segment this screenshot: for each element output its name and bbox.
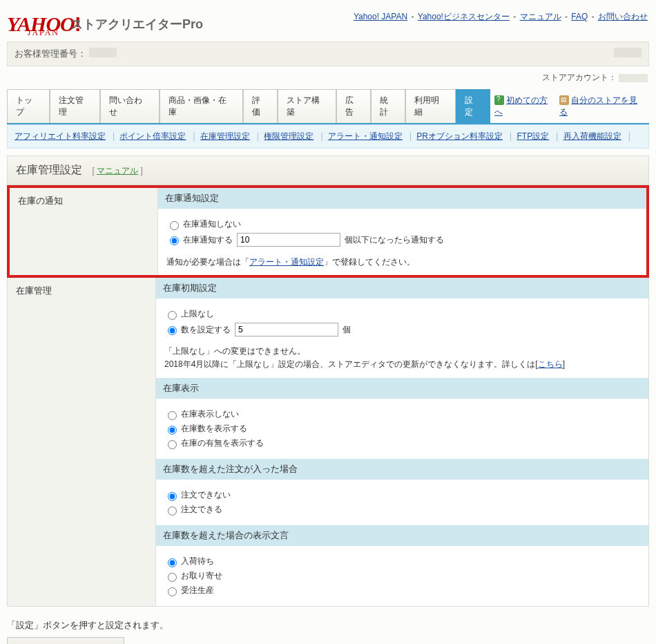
link-faq[interactable]: FAQ [571, 12, 588, 21]
link-contact[interactable]: お問い合わせ [598, 12, 648, 21]
store-account-value [619, 74, 648, 82]
radio-disp-count[interactable] [168, 426, 177, 435]
subnav-points[interactable]: ポイント倍率設定 [119, 131, 186, 141]
radio-notify-none[interactable] [170, 221, 179, 230]
product-name: ストアクリエイターPro [70, 16, 203, 32]
customer-number-bar: お客様管理番号： [7, 41, 649, 66]
tab-ads[interactable]: 広告 [336, 89, 371, 123]
section-stock-notify: 在庫の通知 在庫通知設定 在庫通知しない 在庫通知する 個以下になったら通知する… [7, 185, 649, 278]
tab-store-build[interactable]: ストア構築 [278, 89, 336, 123]
radio-init-nolimit[interactable] [168, 311, 177, 320]
help-icon [494, 95, 504, 105]
subnav-restock[interactable]: 再入荷機能設定 [563, 131, 621, 141]
store-account-label: ストアアカウント： [542, 73, 617, 82]
input-notify-threshold[interactable] [237, 233, 340, 247]
subhead-init: 在庫初期設定 [156, 278, 648, 299]
radio-notify-do[interactable] [170, 236, 179, 245]
link-init-detail[interactable]: こちら [538, 359, 563, 369]
radio-txt-wait[interactable] [168, 558, 177, 567]
radio-over-yes[interactable] [168, 506, 177, 515]
link-view-store[interactable]: 自分のストアを見る [559, 95, 637, 117]
label-disp-none: 在庫表示しない [181, 408, 239, 420]
customer-number-label: お客様管理番号： [15, 48, 86, 60]
customer-bar-right-blank [614, 48, 641, 57]
label-init-nolimit: 上限なし [181, 308, 214, 320]
radio-txt-made[interactable] [168, 587, 177, 596]
tab-usage[interactable]: 利用明細 [405, 89, 456, 123]
page-title-bar: 在庫管理設定 [ マニュアル ] [7, 155, 649, 185]
subhead-display: 在庫表示 [156, 378, 648, 399]
store-account-line: ストアアカウント： [0, 69, 656, 89]
subnav-pr-option[interactable]: PRオプション料率設定 [416, 131, 503, 141]
label-notify-do: 在庫通知する [183, 234, 233, 246]
radio-disp-flag[interactable] [168, 440, 177, 449]
header: YAHOO! JAPAN ストアクリエイターPro Yahoo! JAPAN -… [0, 0, 656, 41]
tab-extras: 初めての方へ 自分のストアを見る [490, 89, 649, 123]
logo: YAHOO! JAPAN ストアクリエイターPro [7, 7, 203, 36]
link-alert-settings[interactable]: アラート・通知設定 [249, 257, 324, 267]
label-init-suffix: 個 [343, 324, 351, 336]
tab-inquiry[interactable]: 問い合わせ [100, 89, 159, 123]
input-init-value[interactable] [235, 323, 338, 337]
subnav-stock[interactable]: 在庫管理設定 [200, 131, 250, 141]
init-note: 「上限なし」への変更はできません。 2018年4月以降に「上限なし」設定の場合、… [164, 345, 640, 371]
submit-area: 「設定」ボタンを押すと設定されます。 設定 [7, 619, 649, 644]
subnav-ftp[interactable]: FTP設定 [517, 131, 549, 141]
tab-settings[interactable]: 設定 [456, 89, 490, 123]
top-links: Yahoo! JAPAN - Yahoo!ビジネスセンター - マニュアル - … [352, 7, 649, 23]
link-yahoo-japan[interactable]: Yahoo! JAPAN [354, 12, 407, 21]
tab-stats[interactable]: 統計 [371, 89, 405, 123]
customer-number-value [89, 48, 117, 57]
radio-init-setnum[interactable] [168, 326, 177, 335]
subnav-affiliate[interactable]: アフィリエイト料率設定 [15, 131, 106, 141]
label-notify-none: 在庫通知しない [183, 218, 241, 230]
label-disp-flag: 在庫の有無を表示する [181, 437, 264, 449]
link-manual[interactable]: マニュアル [520, 12, 561, 21]
label-notify-suffix: 個以下になったら通知する [345, 234, 444, 246]
subhead-overtext: 在庫数を超えた場合の表示文言 [156, 525, 648, 546]
tab-rating[interactable]: 評価 [243, 89, 278, 123]
notify-note: 通知が必要な場合は「アラート・通知設定」で登録してください。 [166, 256, 638, 268]
label-disp-count: 在庫数を表示する [181, 423, 247, 435]
label-init-setnum: 数を設定する [181, 324, 231, 336]
radio-txt-order[interactable] [168, 573, 177, 582]
section-stock-manage: 在庫管理 在庫初期設定 上限なし 数を設定する 個 「上限なし」への変更はできま… [7, 278, 649, 607]
subnav-alerts[interactable]: アラート・通知設定 [328, 131, 403, 141]
label-over-no: 注文できない [181, 489, 231, 501]
tab-orders[interactable]: 注文管理 [50, 89, 101, 123]
subhead-overstock: 在庫数を超えた注文が入った場合 [156, 459, 648, 480]
store-icon [559, 95, 569, 105]
logo-japan: JAPAN [28, 28, 59, 38]
label-over-yes: 注文できる [181, 504, 222, 515]
radio-disp-none[interactable] [168, 411, 177, 420]
main-tabs: トップ 注文管理 問い合わせ 商品・画像・在庫 評価 ストア構築 広告 統計 利… [7, 89, 649, 124]
submit-hint: 「設定」ボタンを押すと設定されます。 [7, 619, 649, 632]
radio-over-no[interactable] [168, 492, 177, 501]
tab-top[interactable]: トップ [7, 89, 50, 123]
label-txt-wait: 入荷待ち [181, 556, 214, 567]
title-manual-link[interactable]: マニュアル [97, 166, 138, 176]
label-txt-order: お取り寄せ [181, 570, 222, 582]
section-stock-notify-label: 在庫の通知 [10, 188, 158, 275]
section-stock-manage-label: 在庫管理 [8, 278, 156, 606]
subnav-permissions[interactable]: 権限管理設定 [264, 131, 313, 141]
tab-products[interactable]: 商品・画像・在庫 [160, 89, 243, 123]
submit-button[interactable]: 設定 [7, 637, 124, 644]
settings-subnav: アフィリエイト料率設定| ポイント倍率設定| 在庫管理設定| 権限管理設定| ア… [7, 124, 649, 149]
page-title: 在庫管理設定 [16, 164, 82, 176]
label-txt-made: 受注生産 [181, 585, 214, 596]
subhead-notify-settings: 在庫通知設定 [158, 188, 646, 209]
link-business-center[interactable]: Yahoo!ビジネスセンター [418, 12, 510, 21]
